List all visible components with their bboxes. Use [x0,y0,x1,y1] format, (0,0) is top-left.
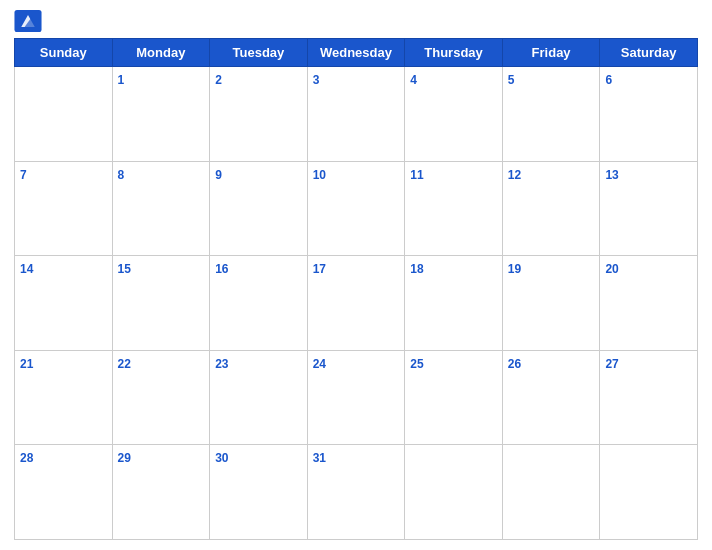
day-number: 13 [605,168,618,182]
day-number: 6 [605,73,612,87]
calendar-day-cell: 1 [112,67,210,162]
calendar-week-row: 123456 [15,67,698,162]
day-number: 3 [313,73,320,87]
calendar-day-cell: 4 [405,67,503,162]
calendar-week-row: 78910111213 [15,161,698,256]
calendar-day-cell: 29 [112,445,210,540]
calendar-day-cell: 18 [405,256,503,351]
day-number: 24 [313,357,326,371]
calendar-day-cell [600,445,698,540]
day-number: 23 [215,357,228,371]
day-number: 4 [410,73,417,87]
day-number: 18 [410,262,423,276]
calendar-header [14,10,698,32]
day-number: 19 [508,262,521,276]
calendar-day-cell: 14 [15,256,113,351]
calendar-day-cell: 10 [307,161,405,256]
day-number: 30 [215,451,228,465]
calendar-day-cell: 28 [15,445,113,540]
day-number: 10 [313,168,326,182]
weekday-header-row: SundayMondayTuesdayWednesdayThursdayFrid… [15,39,698,67]
day-number: 25 [410,357,423,371]
calendar-day-cell: 13 [600,161,698,256]
calendar-day-cell: 19 [502,256,600,351]
weekday-header-saturday: Saturday [600,39,698,67]
weekday-header-thursday: Thursday [405,39,503,67]
calendar-week-row: 21222324252627 [15,350,698,445]
calendar-day-cell: 22 [112,350,210,445]
day-number: 21 [20,357,33,371]
weekday-header-tuesday: Tuesday [210,39,308,67]
day-number: 29 [118,451,131,465]
calendar-day-cell: 16 [210,256,308,351]
day-number: 12 [508,168,521,182]
day-number: 8 [118,168,125,182]
day-number: 17 [313,262,326,276]
calendar-day-cell: 31 [307,445,405,540]
day-number: 14 [20,262,33,276]
day-number: 11 [410,168,423,182]
calendar-table: SundayMondayTuesdayWednesdayThursdayFrid… [14,38,698,540]
day-number: 26 [508,357,521,371]
day-number: 9 [215,168,222,182]
day-number: 16 [215,262,228,276]
calendar-day-cell: 24 [307,350,405,445]
calendar-day-cell: 20 [600,256,698,351]
general-blue-logo-icon [14,10,42,32]
day-number: 20 [605,262,618,276]
weekday-header-monday: Monday [112,39,210,67]
calendar-day-cell: 9 [210,161,308,256]
calendar-day-cell: 27 [600,350,698,445]
day-number: 2 [215,73,222,87]
calendar-day-cell: 8 [112,161,210,256]
day-number: 28 [20,451,33,465]
calendar-week-row: 28293031 [15,445,698,540]
calendar-week-row: 14151617181920 [15,256,698,351]
calendar-day-cell: 23 [210,350,308,445]
day-number: 22 [118,357,131,371]
calendar-day-cell: 25 [405,350,503,445]
calendar-day-cell: 26 [502,350,600,445]
calendar-day-cell: 5 [502,67,600,162]
day-number: 5 [508,73,515,87]
calendar-day-cell: 11 [405,161,503,256]
calendar-day-cell [15,67,113,162]
calendar-day-cell: 2 [210,67,308,162]
calendar-day-cell [502,445,600,540]
calendar-day-cell: 3 [307,67,405,162]
calendar-day-cell [405,445,503,540]
day-number: 15 [118,262,131,276]
day-number: 27 [605,357,618,371]
day-number: 7 [20,168,27,182]
calendar-day-cell: 21 [15,350,113,445]
weekday-header-friday: Friday [502,39,600,67]
calendar-day-cell: 17 [307,256,405,351]
calendar-day-cell: 15 [112,256,210,351]
weekday-header-wednesday: Wednesday [307,39,405,67]
calendar-day-cell: 30 [210,445,308,540]
calendar-day-cell: 6 [600,67,698,162]
calendar-day-cell: 7 [15,161,113,256]
calendar-day-cell: 12 [502,161,600,256]
weekday-header-sunday: Sunday [15,39,113,67]
logo [14,10,46,32]
day-number: 1 [118,73,125,87]
day-number: 31 [313,451,326,465]
